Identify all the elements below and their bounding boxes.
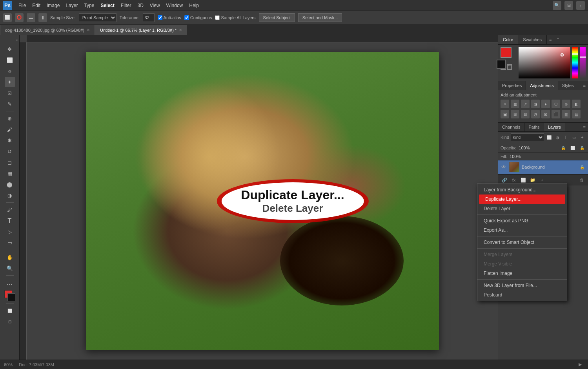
photo-filter-icon[interactable]: ▣ <box>501 110 509 118</box>
bw-icon[interactable]: ◧ <box>572 100 581 108</box>
magic-wand-tool[interactable]: ✦ <box>5 77 15 87</box>
canvas[interactable]: Duplicate Layer... Delete Layer <box>86 52 439 350</box>
lock-all-icon[interactable]: 🔒 <box>579 144 586 151</box>
tab-dog-photo[interactable]: dog-4180480_1920.jpg @ 60% (RGB/8#) ✕ <box>0 25 95 35</box>
sample-size-select[interactable]: Point Sample <box>79 13 117 22</box>
add-mask-icon[interactable]: ⬜ <box>519 176 527 184</box>
filter-smart-icon[interactable]: ✦ <box>579 134 586 141</box>
menu-file[interactable]: File <box>16 2 29 9</box>
link-layers-icon[interactable]: 🔗 <box>501 176 508 184</box>
quick-mask-tool[interactable]: ⬜ <box>5 305 15 316</box>
healing-tool[interactable]: ⊕ <box>5 113 15 124</box>
path-select-tool[interactable]: ▷ <box>5 227 15 237</box>
layer-item-background[interactable]: 👁 Background 🔒 <box>498 160 588 174</box>
screen-mode-tool[interactable]: ⊡ <box>5 316 15 327</box>
menu-view[interactable]: View <box>147 2 163 9</box>
hue-bar[interactable] <box>572 47 578 78</box>
type-tool[interactable]: T <box>5 216 15 226</box>
kind-select[interactable]: Kind <box>511 133 544 141</box>
ctx-new-3d-layer[interactable]: New 3D Layer from File... <box>477 281 567 290</box>
search-icon[interactable]: 🔍 <box>553 1 561 10</box>
tolerance-input[interactable] <box>143 13 155 22</box>
gradient-tool[interactable]: ▦ <box>5 168 15 178</box>
layer-visibility-eye[interactable]: 👁 <box>501 164 507 170</box>
canvas-area[interactable]: Duplicate Layer... Delete Layer <box>20 35 498 360</box>
move-tool[interactable]: ✥ <box>5 44 15 54</box>
ctx-postcard[interactable]: Postcard <box>477 290 567 300</box>
sample-all-label[interactable]: Sample All Layers <box>215 15 255 20</box>
menu-window[interactable]: Window <box>164 2 186 9</box>
menu-3d[interactable]: 3D <box>135 2 146 9</box>
alpha-slider[interactable] <box>580 56 586 58</box>
eyedropper-tool[interactable]: ✎ <box>5 99 15 109</box>
styles-tab[interactable]: Styles <box>558 81 578 90</box>
menu-layer[interactable]: Layer <box>63 2 80 9</box>
opacity-value[interactable]: 100% <box>519 145 557 150</box>
filter-shape-icon[interactable]: ▭ <box>570 134 577 141</box>
color-lookup-icon[interactable]: ⊟ <box>521 110 530 118</box>
ctx-export-as[interactable]: Export As... <box>477 225 567 235</box>
anti-alias-label[interactable]: Anti-alias <box>158 15 181 20</box>
ctx-convert-smart[interactable]: Convert to Smart Object <box>477 238 567 247</box>
tools-collapse[interactable]: ≡ <box>16 38 18 42</box>
properties-tab[interactable]: Properties <box>498 81 526 90</box>
threshold-icon[interactable]: ⬛ <box>552 110 560 118</box>
delete-layer-icon[interactable]: 🗑 <box>578 176 586 184</box>
adjustments-tab[interactable]: Adjustments <box>526 81 558 90</box>
vibrance-icon[interactable]: ♦ <box>541 100 550 108</box>
layer-lock-icon[interactable]: 🔒 <box>579 164 586 171</box>
tab-untitled-close[interactable]: ✕ <box>179 28 182 32</box>
tab-untitled[interactable]: Untitled-1 @ 66.7% (Layer 1, RGB/8#) * ✕ <box>95 25 187 35</box>
menu-select[interactable]: Select <box>98 2 117 9</box>
crop-tool[interactable]: ⊡ <box>5 88 15 98</box>
menu-edit[interactable]: Edit <box>29 2 43 9</box>
ctx-layer-from-bg[interactable]: Layer from Background... <box>477 185 567 194</box>
anti-alias-checkbox[interactable] <box>158 15 162 20</box>
contiguous-checkbox[interactable] <box>184 15 189 20</box>
clone-stamp-tool[interactable]: ✱ <box>5 135 15 145</box>
curves-icon[interactable]: ↗ <box>521 100 530 108</box>
new-group-icon[interactable]: 📁 <box>529 176 537 184</box>
col-tool-icon[interactable]: ▮ <box>38 13 47 22</box>
color-panel-menu[interactable]: ≡ <box>547 35 554 44</box>
menu-help[interactable]: Help <box>186 2 202 9</box>
paths-tab[interactable]: Paths <box>524 123 544 131</box>
hsl-icon[interactable]: ⬡ <box>552 100 560 108</box>
lock-position-icon[interactable]: 🔒 <box>560 144 567 151</box>
layers-panel-menu[interactable]: ≡ <box>581 123 588 131</box>
hue-slider[interactable] <box>572 53 578 55</box>
select-subject-button[interactable]: Select Subject <box>259 13 295 22</box>
layer-name[interactable]: Background <box>522 165 576 169</box>
color-gradient-picker[interactable] <box>519 47 570 78</box>
brush-tool[interactable]: 🖌 <box>5 124 15 135</box>
menu-image[interactable]: Image <box>44 2 62 9</box>
foreground-chip[interactable] <box>501 47 512 58</box>
menu-filter[interactable]: Filter <box>118 2 134 9</box>
select-mask-button[interactable]: Select and Mask... <box>298 13 342 22</box>
ellipse-tool-icon[interactable]: ⭕ <box>15 13 24 22</box>
marquee-tool-icon[interactable]: ⬜ <box>3 13 12 22</box>
blur-tool[interactable]: ⬤ <box>5 179 15 189</box>
ctx-flatten[interactable]: Flatten Image <box>477 269 567 278</box>
row-tool-icon[interactable]: ▬ <box>27 13 35 22</box>
background-chip[interactable] <box>497 60 506 69</box>
invert-icon[interactable]: ◔ <box>531 110 540 118</box>
exposure-icon[interactable]: ◑ <box>531 100 540 108</box>
color-panel-collapse[interactable]: ⌃ <box>554 35 562 44</box>
rectangular-marquee-tool[interactable]: ⬜ <box>5 55 15 65</box>
shape-tool[interactable]: ▭ <box>5 238 15 248</box>
lock-image-icon[interactable]: ⬜ <box>569 144 576 151</box>
dodge-tool[interactable]: ◑ <box>5 190 15 200</box>
zoom-tool[interactable]: 🔍 <box>5 263 15 273</box>
posterize-icon[interactable]: ⊠ <box>541 110 550 118</box>
ctx-quick-export[interactable]: Quick Export as PNG <box>477 216 567 225</box>
selective-color-icon[interactable]: ▤ <box>572 110 581 118</box>
lasso-tool[interactable]: ⌾ <box>5 66 15 76</box>
fill-value[interactable]: 100% <box>510 154 586 159</box>
hand-tool[interactable]: ✋ <box>5 252 15 262</box>
contiguous-label[interactable]: Contiguous <box>184 15 212 20</box>
brightness-icon[interactable]: ☀ <box>501 100 509 108</box>
tab-dog-close[interactable]: ✕ <box>87 28 90 32</box>
filter-adj-icon[interactable]: ◑ <box>554 134 561 141</box>
alpha-bar[interactable] <box>580 47 586 78</box>
